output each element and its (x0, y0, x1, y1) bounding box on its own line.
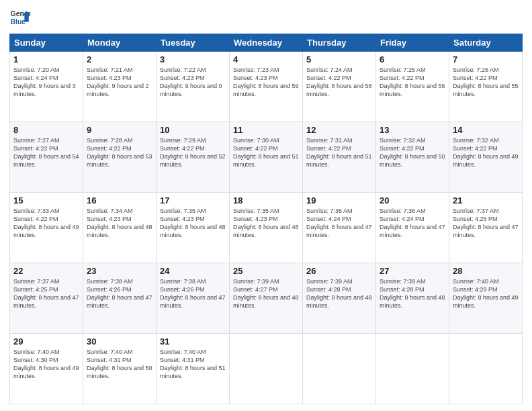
day-number: 23 (87, 266, 152, 276)
day-number: 9 (87, 125, 152, 135)
cell-info: Sunrise: 7:39 AMSunset: 4:28 PMDaylight:… (380, 278, 445, 309)
day-number: 29 (13, 336, 79, 347)
calendar-cell: 6Sunrise: 7:25 AMSunset: 4:22 PMDaylight… (376, 52, 449, 122)
weekday-header: Saturday (449, 34, 523, 52)
calendar-cell (303, 334, 376, 404)
calendar-cell: 9Sunrise: 7:28 AMSunset: 4:22 PMDaylight… (83, 122, 157, 193)
cell-info: Sunrise: 7:32 AMSunset: 4:22 PMDaylight:… (380, 137, 445, 168)
day-number: 28 (453, 266, 519, 276)
day-number: 31 (160, 336, 226, 347)
cell-info: Sunrise: 7:25 AMSunset: 4:22 PMDaylight:… (380, 66, 445, 97)
weekday-header: Sunday (10, 34, 83, 52)
calendar-week-row: 22Sunrise: 7:37 AMSunset: 4:25 PMDayligh… (10, 263, 523, 334)
calendar-cell: 18Sunrise: 7:35 AMSunset: 4:23 PMDayligh… (230, 193, 303, 263)
cell-info: Sunrise: 7:40 AMSunset: 4:31 PMDaylight:… (160, 349, 226, 379)
calendar-cell: 5Sunrise: 7:24 AMSunset: 4:22 PMDaylight… (303, 52, 376, 122)
day-number: 30 (87, 336, 152, 347)
day-number: 6 (380, 54, 445, 64)
logo: General Blue (9, 7, 31, 28)
cell-info: Sunrise: 7:39 AMSunset: 4:27 PMDaylight:… (233, 278, 299, 309)
day-number: 27 (380, 266, 445, 276)
calendar-cell: 14Sunrise: 7:32 AMSunset: 4:22 PMDayligh… (449, 122, 523, 193)
day-number: 25 (233, 266, 299, 276)
calendar-week-row: 29Sunrise: 7:40 AMSunset: 4:30 PMDayligh… (10, 334, 523, 404)
cell-info: Sunrise: 7:31 AMSunset: 4:22 PMDaylight:… (306, 137, 372, 168)
cell-info: Sunrise: 7:34 AMSunset: 4:23 PMDaylight:… (87, 208, 152, 238)
day-number: 2 (87, 54, 152, 64)
cell-info: Sunrise: 7:40 AMSunset: 4:29 PMDaylight:… (453, 278, 519, 309)
calendar-cell: 11Sunrise: 7:30 AMSunset: 4:22 PMDayligh… (230, 122, 303, 193)
calendar-cell: 26Sunrise: 7:39 AMSunset: 4:28 PMDayligh… (303, 263, 376, 334)
calendar-cell: 7Sunrise: 7:26 AMSunset: 4:22 PMDaylight… (449, 52, 523, 122)
calendar-cell: 19Sunrise: 7:36 AMSunset: 4:24 PMDayligh… (303, 193, 376, 263)
calendar-cell: 17Sunrise: 7:35 AMSunset: 4:23 PMDayligh… (157, 193, 230, 263)
cell-info: Sunrise: 7:35 AMSunset: 4:23 PMDaylight:… (233, 208, 299, 238)
calendar-cell: 16Sunrise: 7:34 AMSunset: 4:23 PMDayligh… (83, 193, 157, 263)
page: General Blue SundayMondayTuesdayWednesda… (0, 0, 532, 411)
cell-info: Sunrise: 7:35 AMSunset: 4:23 PMDaylight:… (160, 208, 226, 238)
weekday-header: Monday (83, 34, 157, 52)
day-number: 26 (306, 266, 372, 276)
weekday-header: Friday (376, 34, 449, 52)
calendar-cell: 27Sunrise: 7:39 AMSunset: 4:28 PMDayligh… (376, 263, 449, 334)
day-number: 1 (13, 54, 79, 64)
cell-info: Sunrise: 7:36 AMSunset: 4:24 PMDaylight:… (380, 208, 445, 238)
calendar-cell: 3Sunrise: 7:22 AMSunset: 4:23 PMDaylight… (157, 52, 230, 122)
day-number: 12 (306, 125, 372, 135)
cell-info: Sunrise: 7:37 AMSunset: 4:25 PMDaylight:… (13, 278, 79, 309)
day-number: 18 (233, 195, 299, 205)
cell-info: Sunrise: 7:24 AMSunset: 4:22 PMDaylight:… (306, 66, 372, 97)
calendar-cell: 25Sunrise: 7:39 AMSunset: 4:27 PMDayligh… (230, 263, 303, 334)
calendar-week-row: 1Sunrise: 7:20 AMSunset: 4:24 PMDaylight… (10, 52, 523, 122)
day-number: 21 (453, 195, 519, 205)
day-number: 13 (380, 125, 445, 135)
calendar-cell: 29Sunrise: 7:40 AMSunset: 4:30 PMDayligh… (10, 334, 83, 404)
calendar-cell: 15Sunrise: 7:33 AMSunset: 4:22 PMDayligh… (10, 193, 83, 263)
day-number: 22 (13, 266, 79, 276)
day-number: 19 (306, 195, 372, 205)
logo-icon: General Blue (9, 7, 31, 28)
cell-info: Sunrise: 7:22 AMSunset: 4:23 PMDaylight:… (160, 66, 222, 97)
cell-info: Sunrise: 7:29 AMSunset: 4:22 PMDaylight:… (160, 137, 226, 168)
cell-info: Sunrise: 7:40 AMSunset: 4:31 PMDaylight:… (87, 349, 152, 379)
calendar-cell: 1Sunrise: 7:20 AMSunset: 4:24 PMDaylight… (10, 52, 83, 122)
cell-info: Sunrise: 7:23 AMSunset: 4:23 PMDaylight:… (233, 66, 299, 97)
calendar-cell: 4Sunrise: 7:23 AMSunset: 4:23 PMDaylight… (230, 52, 303, 122)
cell-info: Sunrise: 7:26 AMSunset: 4:22 PMDaylight:… (453, 66, 519, 97)
calendar-week-row: 15Sunrise: 7:33 AMSunset: 4:22 PMDayligh… (10, 193, 523, 263)
svg-text:Blue: Blue (11, 18, 26, 26)
day-number: 24 (160, 266, 226, 276)
day-number: 10 (160, 125, 226, 135)
day-number: 11 (233, 125, 299, 135)
day-number: 16 (87, 195, 152, 205)
calendar-cell: 23Sunrise: 7:38 AMSunset: 4:26 PMDayligh… (83, 263, 157, 334)
cell-info: Sunrise: 7:38 AMSunset: 4:26 PMDaylight:… (160, 278, 226, 309)
calendar-cell (376, 334, 449, 404)
weekday-header: Thursday (303, 34, 376, 52)
calendar-week-row: 8Sunrise: 7:27 AMSunset: 4:22 PMDaylight… (10, 122, 523, 193)
cell-info: Sunrise: 7:20 AMSunset: 4:24 PMDaylight:… (13, 66, 76, 97)
cell-info: Sunrise: 7:28 AMSunset: 4:22 PMDaylight:… (87, 137, 152, 168)
weekday-header: Wednesday (230, 34, 303, 52)
calendar-cell (449, 334, 523, 404)
cell-info: Sunrise: 7:40 AMSunset: 4:30 PMDaylight:… (13, 349, 79, 379)
day-number: 20 (380, 195, 445, 205)
day-number: 3 (160, 54, 226, 64)
cell-info: Sunrise: 7:30 AMSunset: 4:22 PMDaylight:… (233, 137, 299, 168)
cell-info: Sunrise: 7:21 AMSunset: 4:23 PMDaylight:… (87, 66, 149, 97)
calendar-cell: 31Sunrise: 7:40 AMSunset: 4:31 PMDayligh… (157, 334, 230, 404)
calendar-header-row: SundayMondayTuesdayWednesdayThursdayFrid… (10, 34, 523, 52)
calendar-cell: 13Sunrise: 7:32 AMSunset: 4:22 PMDayligh… (376, 122, 449, 193)
cell-info: Sunrise: 7:38 AMSunset: 4:26 PMDaylight:… (87, 278, 152, 309)
cell-info: Sunrise: 7:33 AMSunset: 4:22 PMDaylight:… (13, 208, 79, 238)
cell-info: Sunrise: 7:36 AMSunset: 4:24 PMDaylight:… (306, 208, 372, 238)
day-number: 17 (160, 195, 226, 205)
cell-info: Sunrise: 7:39 AMSunset: 4:28 PMDaylight:… (306, 278, 372, 309)
calendar-cell: 8Sunrise: 7:27 AMSunset: 4:22 PMDaylight… (10, 122, 83, 193)
calendar-cell: 22Sunrise: 7:37 AMSunset: 4:25 PMDayligh… (10, 263, 83, 334)
day-number: 8 (13, 125, 79, 135)
calendar-cell: 10Sunrise: 7:29 AMSunset: 4:22 PMDayligh… (157, 122, 230, 193)
calendar-cell: 24Sunrise: 7:38 AMSunset: 4:26 PMDayligh… (157, 263, 230, 334)
day-number: 5 (306, 54, 372, 64)
calendar-cell: 28Sunrise: 7:40 AMSunset: 4:29 PMDayligh… (449, 263, 523, 334)
